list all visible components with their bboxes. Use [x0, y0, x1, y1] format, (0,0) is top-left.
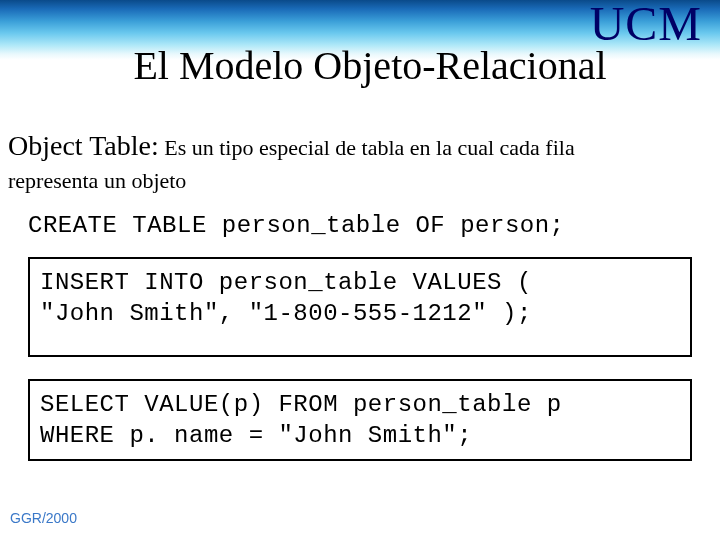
code-box-select: SELECT VALUE(p) FROM person_table p WHER… — [28, 379, 692, 461]
section-desc-cont: representa un objeto — [8, 168, 712, 194]
content-area: Object Table: Es un tipo especial de tab… — [8, 130, 712, 483]
slide-title: El Modelo Objeto-Relacional — [0, 42, 720, 89]
section-desc: Es un tipo especial de tabla en la cual … — [164, 135, 574, 160]
section-label: Object Table: — [8, 130, 159, 161]
code-create: CREATE TABLE person_table OF person; — [28, 212, 712, 239]
subtitle-row: Object Table: Es un tipo especial de tab… — [8, 130, 712, 162]
code-box-insert: INSERT INTO person_table VALUES ( "John … — [28, 257, 692, 357]
footer-text: GGR/2000 — [10, 510, 77, 526]
